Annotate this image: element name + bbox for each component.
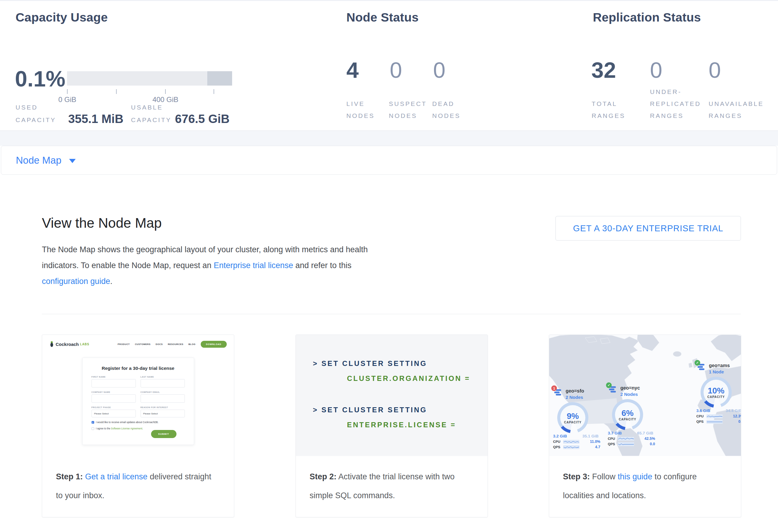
logo-text: Cockroach: [56, 342, 79, 347]
cpu-metric: CPU 42.5%: [608, 437, 655, 441]
page-title: View the Node Map: [42, 215, 162, 231]
node-count: 1 Node: [709, 369, 730, 375]
cpu-value: 12.3%: [733, 414, 741, 418]
enterprise-trial-license-link[interactable]: Enterprise trial license: [214, 261, 293, 270]
qps-sparkline: [618, 442, 634, 446]
this-guide-link[interactable]: this guide: [618, 472, 652, 481]
qps-sparkline: [706, 420, 723, 424]
qps-metric: QPS 0.0: [696, 420, 741, 424]
cpu-label: CPU: [553, 440, 561, 443]
trial-form-screenshot: Cockroach LABS PRODUCT CUSTOMERS DOCS RE…: [42, 335, 234, 456]
optin-text: I would like to receive email updates ab…: [96, 421, 159, 424]
agree-checkbox-row: I agree to the Software License Agreemen…: [91, 427, 185, 430]
cpu-sparkline: [563, 440, 579, 444]
unchecked-checkbox-icon: [91, 427, 94, 430]
submit-button-image: SUBMIT: [151, 430, 176, 438]
usable-capacity-label: USABLE CAPACITY: [131, 101, 182, 126]
total-ranges-value: 32: [591, 59, 616, 81]
node-head: ✓ geo=nyc 2 Nodes: [608, 385, 656, 397]
sql-set-cluster-setting-1: > SET CLUSTER SETTING: [313, 359, 427, 368]
capacity-bar: [67, 71, 232, 86]
node-count: 2 Nodes: [620, 391, 640, 397]
last-name-input-image: [141, 379, 185, 387]
step-3-label: Step 3:: [563, 472, 590, 481]
step-2-card: > SET CLUSTER SETTING CLUSTER.ORGANIZATI…: [296, 334, 488, 517]
field-label: LAST NAME: [141, 376, 185, 378]
license-agreement-link-image: Software License Agreement.: [111, 427, 143, 430]
cpu-label: CPU: [696, 414, 704, 418]
node-map-dropdown-label[interactable]: Node Map: [16, 155, 61, 166]
under-replicated-ranges-value: 0: [650, 59, 662, 81]
map-node-sfo: 1 geo=sfo 2 Nodes 9% CAPACITY 3.2 GiB: [553, 388, 601, 449]
total-capacity: 35.1 GiB: [582, 434, 599, 438]
capacity-bar-segment: [207, 71, 232, 86]
form-field: PROJECT PHASEPlease Select: [91, 406, 136, 417]
capacity-usage-title: Capacity Usage: [15, 10, 108, 24]
form-title: Register for a 30-day trial license: [83, 366, 194, 371]
live-nodes-value: 4: [346, 59, 359, 81]
node-head: 1 geo=sfo 2 Nodes: [553, 388, 601, 400]
chevron-down-icon[interactable]: [69, 159, 76, 163]
used-capacity: 3.2 GiB: [553, 434, 567, 438]
capacity-percent: 6%: [622, 409, 633, 418]
cpu-metric: CPU 11.0%: [553, 440, 600, 444]
first-name-input-image: [91, 379, 136, 387]
capacity-percent: 9%: [567, 412, 579, 421]
nav-product: PRODUCT: [118, 343, 130, 346]
capacity-tick: [116, 89, 116, 94]
sql-commands-image: > SET CLUSTER SETTING CLUSTER.ORGANIZATI…: [296, 335, 487, 456]
gauge-inner: 6% CAPACITY: [612, 399, 643, 430]
used-capacity: 3.6 GiB: [696, 408, 710, 413]
unavailable-ranges-label: UNAVAILABLE RANGES: [709, 98, 774, 122]
step-2-label: Step 2:: [310, 472, 336, 481]
node-map-dropdown[interactable]: Node Map: [1, 146, 777, 175]
mini-site-nav: PRODUCT CUSTOMERS DOCS RESOURCES BLOG DO…: [118, 341, 227, 348]
locality-name: geo=nyc: [620, 385, 640, 391]
form-fields: FIRST NAME LAST NAME COMPANY NAME COMPAN…: [91, 376, 185, 417]
dead-nodes-label: DEAD NODES: [432, 98, 468, 122]
gauge-inner: 10% CAPACITY: [701, 377, 732, 408]
locality-name: geo=ams: [709, 363, 730, 369]
form-field: COMPANY EMAIL: [141, 391, 185, 403]
unavailable-ranges-value: 0: [709, 59, 721, 81]
usable-capacity-value: 676.5 GiB: [175, 112, 229, 126]
enterprise-trial-button[interactable]: GET A 30-DAY ENTERPRISE TRIAL: [555, 216, 741, 241]
qps-value: 0.0: [650, 442, 655, 446]
mini-site-header: Cockroach LABS PRODUCT CUSTOMERS DOCS RE…: [49, 338, 227, 350]
used-capacity-value: 355.1 MiB: [68, 112, 124, 126]
reason-select-image: Please Select: [141, 409, 185, 417]
step-1-caption: Step 1: Get a trial license delivered st…: [42, 456, 234, 505]
under-replicated-ranges-label: UNDER-REPLICATED RANGES: [650, 86, 713, 122]
suspect-nodes-label: SUSPECT NODES: [389, 98, 431, 122]
total-capacity: 34.4 GiB: [726, 408, 741, 413]
field-label: FIRST NAME: [91, 376, 136, 378]
agree-prefix: I agree to the: [96, 427, 111, 430]
qps-value: 0.0: [738, 420, 741, 424]
capacity-values: 3.7 GiB 65.7 GiB: [608, 431, 653, 435]
locality-name: geo=sfo: [566, 388, 584, 394]
map-node-ams: ✓ geo=ams 1 Node 10% CAPACITY 3.6 GiB: [696, 363, 741, 424]
cluster-summary-bar: Capacity Usage 0.1% 0 GiB 400 GiB USED C…: [0, 0, 778, 131]
field-label: PROJECT PHASE: [91, 406, 136, 408]
capacity-used-percent: 0.1%: [15, 68, 66, 90]
node-icon-wrap: ✓: [608, 385, 618, 395]
step-2-caption: Step 2: Activate the trial license with …: [296, 456, 487, 505]
cpu-value: 42.5%: [644, 437, 655, 441]
cockroach-icon: [49, 341, 54, 347]
optin-checkbox-row: ✓ I would like to receive email updates …: [91, 421, 185, 424]
capacity-gauge: 10% CAPACITY: [701, 377, 732, 408]
sql-cluster-organization: CLUSTER.ORGANIZATION =: [347, 374, 470, 383]
qps-metric: QPS 4.7: [553, 445, 600, 449]
node-icon-wrap: 1: [553, 388, 563, 398]
description-text: .: [110, 277, 112, 286]
caption-text: Follow: [590, 472, 618, 481]
configuration-guide-link[interactable]: configuration guide: [42, 277, 110, 286]
total-ranges-label: TOTAL RANGES: [592, 98, 633, 122]
qps-label: QPS: [696, 420, 704, 424]
suspect-nodes-value: 0: [390, 59, 402, 81]
get-trial-license-link[interactable]: Get a trial license: [85, 472, 148, 481]
node-head: ✓ geo=ams 1 Node: [696, 363, 741, 375]
form-field: FIRST NAME: [91, 376, 136, 387]
cluster-overview-page: Capacity Usage 0.1% 0 GiB 400 GiB USED C…: [0, 0, 778, 532]
capacity-caption: CAPACITY: [564, 421, 581, 424]
